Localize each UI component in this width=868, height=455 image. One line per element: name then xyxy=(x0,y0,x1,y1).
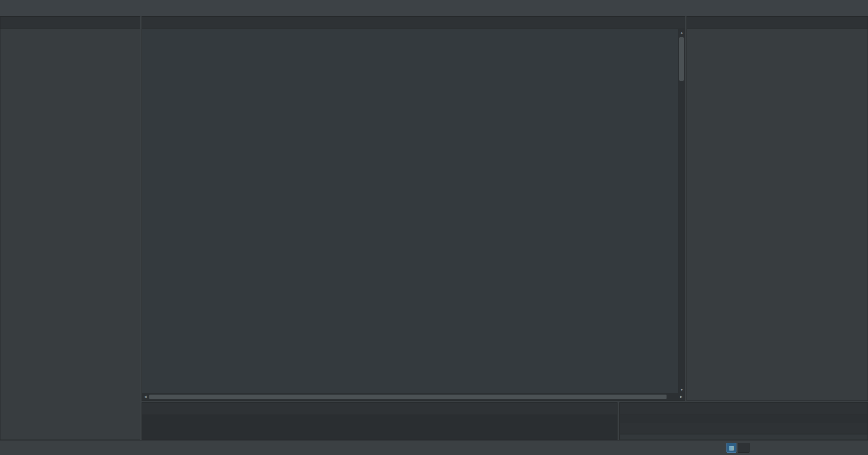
code-lines xyxy=(142,29,678,393)
console-toolbar xyxy=(611,403,617,415)
project-tree xyxy=(0,29,140,440)
outline-panel xyxy=(687,16,868,401)
stm32cubeide-window: ▲ ▼ ◀ ▶ xyxy=(0,0,868,455)
horizontal-scrollbar-thumb[interactable] xyxy=(149,395,667,399)
progress-monitor-icon[interactable]: ▥ xyxy=(726,443,736,453)
build-analyzer-content xyxy=(620,415,868,440)
scroll-right-icon[interactable]: ▶ xyxy=(678,394,685,400)
outline-header xyxy=(687,17,868,29)
outline-list xyxy=(687,29,868,401)
build-analyzer-header xyxy=(620,403,868,415)
build-analyzer-toolbar xyxy=(861,403,868,415)
console-panel xyxy=(142,402,618,440)
scroll-left-icon[interactable]: ◀ xyxy=(142,394,149,400)
project-explorer-panel xyxy=(0,16,140,440)
editor-tab-tools xyxy=(678,17,685,29)
console-content xyxy=(142,415,617,440)
editor-horizontal-scrollbar[interactable]: ◀ ▶ xyxy=(142,393,685,401)
editor-vertical-scrollbar[interactable]: ▲ ▼ xyxy=(678,29,685,393)
code-editor[interactable]: ▲ ▼ xyxy=(142,29,685,393)
scroll-up-icon[interactable]: ▲ xyxy=(678,29,685,35)
project-explorer-toolbar xyxy=(133,17,140,29)
status-tray: ▥ xyxy=(726,443,750,453)
main-toolbar xyxy=(0,0,868,16)
scroll-down-icon[interactable]: ▼ xyxy=(678,386,685,393)
memory-subtabs xyxy=(620,423,868,434)
progress-area xyxy=(738,443,750,453)
console-header xyxy=(142,403,617,415)
outline-toolbar xyxy=(861,17,868,29)
vertical-scrollbar-thumb[interactable] xyxy=(679,37,684,81)
editor-tabstrip xyxy=(142,17,685,29)
status-bar: ▥ xyxy=(0,440,868,455)
memory-regions-table-header xyxy=(620,435,868,440)
editor-area: ▲ ▼ ◀ ▶ xyxy=(142,16,685,401)
build-analyzer-panel xyxy=(619,402,868,440)
project-explorer-header xyxy=(0,17,140,29)
